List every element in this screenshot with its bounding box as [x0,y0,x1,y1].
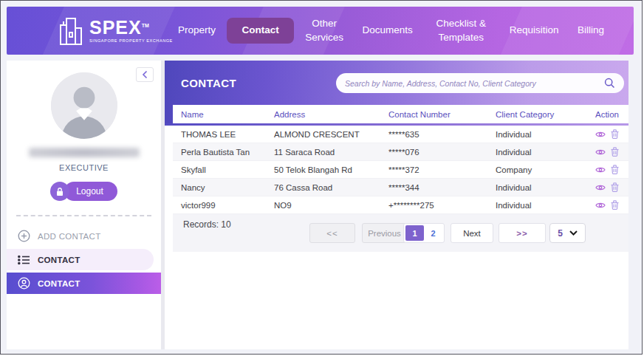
user-role-label: EXECUTIVE [7,163,161,172]
records-count: Records: 10 [183,219,231,230]
plus-circle-icon [18,230,30,242]
delete-trash-icon[interactable] [611,147,619,157]
top-navbar: SPEXTM SINGAPORE PROPERTY EXCHANGE Prope… [7,7,634,55]
lock-icon [50,182,69,201]
table-header-row: NameAddressContact NumberClient Category… [173,105,628,123]
table-row: THOMAS LEEALMOND CRESCENT*****635Individ… [173,126,628,143]
delete-trash-icon[interactable] [611,165,619,174]
content-header: CONTACT NameAddressContact NumberClient … [165,61,628,126]
logout-button[interactable]: Logout [64,182,117,201]
cell-name: victor999 [173,201,266,210]
cell-category: Individual [487,148,587,157]
cell-name: THOMAS LEE [173,130,266,139]
view-eye-icon[interactable] [595,184,606,191]
cell-actions [587,165,628,174]
page-size-select[interactable]: 5 [549,223,586,243]
nav-item-requisition[interactable]: Requisition [502,18,566,42]
cell-category: Individual [487,130,587,139]
view-eye-icon[interactable] [595,202,606,209]
delete-trash-icon[interactable] [611,182,619,192]
first-page-button[interactable]: << [309,223,355,243]
cell-actions [587,129,628,139]
nav-item-billing[interactable]: Billing [570,18,612,42]
cell-name: Skyfall [173,165,266,174]
nav-item-contact[interactable]: Contact [227,18,293,43]
logo-wordmark: SPEXTM [89,18,173,37]
cell-actions [587,147,628,157]
user-name-redacted [29,148,140,157]
column-header-client-category: Client Category [487,110,587,119]
table-row: Perla Bautista Tan11 Saraca Road*****076… [173,143,628,161]
person-circle-icon [18,277,30,290]
cell-actions [587,200,628,210]
search-input[interactable] [345,79,604,88]
cell-actions [587,182,628,192]
page-number-1[interactable]: 1 [405,225,424,241]
sidebar-item-add-contact[interactable]: ADD CONTACT [7,225,161,247]
spex-logo: SPEXTM SINGAPORE PROPERTY EXCHANGE [58,16,173,46]
delete-trash-icon[interactable] [611,129,619,139]
main-content: CONTACT NameAddressContact NumberClient … [165,61,628,349]
table-row: victor999NO9+********275Individual [173,196,628,214]
cell-address: ALMOND CRESCENT [266,130,380,139]
app-window: SPEXTM SINGAPORE PROPERTY EXCHANGE Prope… [0,0,643,355]
sidebar-item-label: CONTACT [38,256,80,264]
logo-tagline: SINGAPORE PROPERTY EXCHANGE [89,38,173,43]
sidebar-item-label: ADD CONTACT [38,232,101,241]
cell-contact: +********275 [380,201,487,210]
logo-tm: TM [142,23,149,28]
nav-item-checklist-templates[interactable]: Checklist & Templates [424,12,498,49]
cell-contact: *****372 [380,165,487,174]
cell-contact: *****635 [380,130,487,139]
last-page-button[interactable]: >> [499,223,546,243]
cell-name: Nancy [173,183,266,192]
nav-item-documents[interactable]: Documents [355,18,420,42]
page-number-group: 12 [403,223,445,243]
sidebar-item-contact[interactable]: CONTACT [7,249,154,270]
sidebar-divider [16,215,151,216]
nav-item-property[interactable]: Property [171,18,223,42]
cell-category: Individual [487,183,587,192]
nav-menu: PropertyContactOther ServicesDocumentsCh… [171,7,612,55]
pagination-bar: Records: 10 << Previous 12 Next >> 5 [173,214,628,252]
column-header-address: Address [266,110,380,119]
buildings-logo-icon [58,16,83,46]
cell-address: NO9 [266,201,380,210]
search-bar[interactable] [336,73,624,93]
column-header-action: Action [587,110,628,119]
cell-address: 76 Cassa Road [266,183,380,192]
sidebar-item-label: CONTACT [38,279,80,288]
next-page-button[interactable]: Next [451,223,493,243]
cell-contact: *****076 [380,148,487,157]
previous-page-button[interactable]: Previous [362,223,407,243]
delete-trash-icon[interactable] [611,200,619,210]
chevron-down-icon [569,230,578,236]
cell-contact: *****344 [380,183,487,192]
view-eye-icon[interactable] [595,131,606,138]
sidebar-collapse-button[interactable] [136,67,154,82]
page-title: CONTACT [181,77,236,89]
cell-name: Perla Bautista Tan [173,148,266,157]
chevron-left-icon [142,70,148,79]
cell-category: Company [487,165,587,174]
contact-table: THOMAS LEEALMOND CRESCENT*****635Individ… [173,126,628,214]
column-header-contact-number: Contact Number [380,110,487,119]
cell-address: 50 Telok Blangah Rd [266,165,380,174]
cell-address: 11 Saraca Road [266,148,380,157]
table-header-rule [165,123,628,126]
sidebar-menu: ADD CONTACTCONTACTCONTACT [7,225,161,296]
sidebar-item-contact-active[interactable]: CONTACT [7,273,161,294]
sidebar: EXECUTIVE Logout ADD CONTACTCONTACTCONTA… [7,61,161,349]
nav-item-other-services[interactable]: Other Services [298,12,351,49]
view-eye-icon[interactable] [595,148,606,156]
cell-category: Individual [487,201,587,210]
table-row: Skyfall50 Telok Blangah Rd*****372Compan… [173,161,628,179]
page-number-2[interactable]: 2 [424,225,442,241]
list-icon [18,255,30,265]
search-icon[interactable] [604,78,615,89]
avatar [51,72,117,139]
page-size-value: 5 [558,228,563,239]
view-eye-icon[interactable] [595,166,606,174]
column-header-name: Name [173,110,266,119]
table-row: Nancy76 Cassa Road*****344Individual [173,179,628,196]
